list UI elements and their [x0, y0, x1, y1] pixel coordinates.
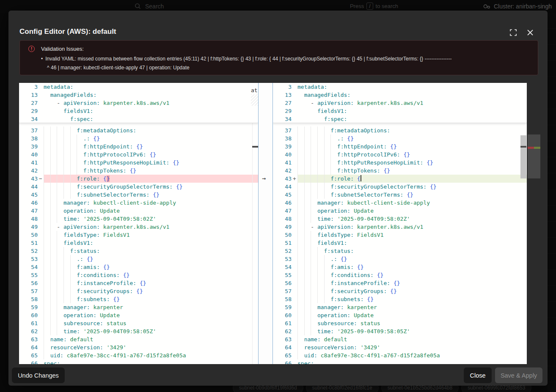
code-line[interactable]: 40f:httpProtocolIPv6: {} [19, 151, 258, 159]
code-line[interactable]: 51fieldsV1: [273, 239, 527, 247]
code-line[interactable]: 65uid: c8afe97e-38cc-4f91-a767-d15f2a8fe… [19, 351, 258, 359]
code-line[interactable]: 47operation: Update [273, 207, 527, 215]
code-line[interactable]: 61subresource: status [19, 319, 258, 327]
code-line[interactable]: 55f:conditions: {} [19, 271, 258, 279]
code-line[interactable]: 49- apiVersion: karpenter.k8s.aws/v1 [19, 223, 258, 231]
validation-title: Validation Issues: [41, 46, 84, 52]
overview-ruler-slider[interactable] [528, 134, 540, 178]
save-apply-button[interactable]: Save & Apply [495, 367, 542, 383]
left-overview-ruler [252, 83, 253, 364]
overview-ruler-addition-mark [534, 147, 540, 149]
app-page: Search Press / to search Cluster: anirba… [0, 0, 556, 392]
code-line[interactable]: 57f:securityGroups: {} [19, 287, 258, 295]
code-line[interactable]: 50fieldsType: FieldsV1 [19, 231, 258, 239]
hidden-region-hatch [251, 94, 258, 106]
code-line[interactable]: 52f:status: [19, 247, 258, 255]
code-line[interactable]: 58f:subnets: {} [19, 295, 258, 303]
sticky-line[interactable]: 3metadata: [273, 83, 527, 91]
code-line[interactable]: 55f:conditions: {} [273, 271, 527, 279]
code-line[interactable]: 65uid: c8afe97e-38cc-4f91-a767-d15f2a8fe… [273, 351, 527, 359]
code-line[interactable]: 46manager: kubectl-client-side-apply [19, 199, 258, 207]
code-line[interactable]: 38.: {} [19, 134, 258, 143]
code-line[interactable]: 50fieldsType: FieldsV1 [273, 231, 527, 239]
revert-arrow-icon[interactable]: → [262, 175, 266, 183]
code-line[interactable]: 38.: {} [273, 134, 527, 143]
sticky-line[interactable]: 13 managedFields: [273, 91, 527, 99]
close-button[interactable]: Close [464, 367, 492, 383]
code-line[interactable]: 39f:httpEndpoint: {} [273, 143, 527, 151]
sticky-line[interactable]: 27 - apiVersion: karpenter.k8s.aws/v1 [273, 99, 527, 107]
code-line[interactable]: 63name: default [273, 335, 527, 343]
code-line[interactable]: 54f:amis: {} [273, 263, 527, 271]
code-line[interactable]: 64resourceVersion: '3429' [273, 343, 527, 351]
error-icon: ! [28, 46, 35, 52]
code-line[interactable]: 59manager: karpenter [19, 303, 258, 311]
code-line[interactable]: 64resourceVersion: '3429' [19, 343, 258, 351]
validation-message-2: ^ 46 | manager: kubectl-client-side-appl… [47, 65, 190, 71]
code-line[interactable]: 58f:subnets: {} [273, 295, 527, 303]
code-line[interactable]: 62time: '2025-09-04T09:58:05Z' [273, 327, 527, 335]
left-diff-mark [252, 146, 258, 148]
undo-changes-button[interactable]: Undo Changes [12, 367, 65, 383]
code-line[interactable]: 53.: {} [19, 255, 258, 263]
code-line[interactable]: 52f:status: [273, 247, 527, 255]
code-line[interactable]: 62time: '2025-09-04T09:58:05Z' [19, 327, 258, 335]
code-line[interactable]: 48time: '2025-09-04T09:58:02Z' [19, 215, 258, 223]
fullscreen-icon[interactable] [509, 29, 517, 36]
code-line[interactable]: 37f:metadataOptions: [19, 126, 258, 134]
code-line[interactable]: 49- apiVersion: karpenter.k8s.aws/v1 [273, 223, 527, 231]
code-line[interactable]: 40f:httpProtocolIPv6: {} [273, 151, 527, 159]
code-line[interactable]: 45f:subnetSelectorTerms: {} [273, 191, 527, 199]
code-line[interactable]: 39f:httpEndpoint: {} [19, 143, 258, 151]
sticky-scroll-right: 3metadata:13 managedFields:27 - apiVersi… [273, 83, 527, 123]
validation-banner: ! Validation Issues: •Invalid YAML: miss… [19, 40, 538, 75]
code-line[interactable]: 61subresource: status [273, 319, 527, 327]
code-rows-left: 37f:metadataOptions:38.: {}39f:httpEndpo… [19, 126, 258, 364]
code-line[interactable]: 59manager: karpenter [273, 303, 527, 311]
diff-pane-modified[interactable]: 3metadata:13 managedFields:27 - apiVersi… [273, 83, 527, 364]
code-line[interactable]: 66spec: [273, 359, 527, 364]
sticky-line[interactable]: 29 fieldsV1: [273, 107, 527, 115]
code-line[interactable]: 63name: default [19, 335, 258, 343]
code-line[interactable]: 60operation: Update [273, 311, 527, 319]
code-line[interactable]: 56f:instanceProfile: {} [273, 279, 527, 287]
sticky-line[interactable]: 34 f:spec: [19, 115, 258, 123]
diff-pane-original[interactable]: 3metadata:13 managedFields:27 - apiVersi… [19, 83, 258, 364]
code-line[interactable]: 43+f:role: { [273, 175, 527, 183]
sticky-line[interactable]: 29 fieldsV1: [19, 107, 258, 115]
code-line[interactable]: 44f:securityGroupSelectorTerms: {} [19, 183, 258, 191]
code-line[interactable]: 54f:amis: {} [19, 263, 258, 271]
overview-ruler-deletion-mark [528, 147, 534, 149]
config-editor-dialog: Config Editor (AWS): default ! Validatio… [8, 11, 548, 386]
scrollbar-slider[interactable] [520, 135, 526, 178]
code-line[interactable]: 41f:httpPutResponseHopLimit: {} [273, 159, 527, 167]
code-line[interactable]: 45f:subnetSelectorTerms: {} [19, 191, 258, 199]
code-line[interactable]: 47operation: Update [19, 207, 258, 215]
clipped-text-fragment: at [251, 87, 258, 93]
sticky-line[interactable]: 27 - apiVersion: karpenter.k8s.aws/v1 [19, 99, 258, 107]
code-line[interactable]: 43−f:role: {} [19, 175, 258, 183]
sticky-line[interactable]: 34 f:spec: [273, 115, 527, 123]
yaml-diff-editor[interactable]: 3metadata:13 managedFields:27 - apiVersi… [19, 83, 540, 364]
code-line[interactable]: 60operation: Update [19, 311, 258, 319]
close-icon[interactable] [526, 29, 534, 36]
code-rows-right: 37f:metadataOptions:38.: {}39f:httpEndpo… [273, 126, 527, 364]
sticky-line[interactable]: 13 managedFields: [19, 91, 258, 99]
code-line[interactable]: 44f:securityGroupSelectorTerms: {} [273, 183, 527, 191]
dialog-title: Config Editor (AWS): default [19, 27, 116, 36]
code-line[interactable]: 42f:httpTokens: {} [19, 167, 258, 175]
code-line[interactable]: 57f:securityGroups: {} [273, 287, 527, 295]
sticky-scroll-left: 3metadata:13 managedFields:27 - apiVersi… [19, 83, 258, 123]
sticky-line[interactable]: 3metadata: [19, 83, 258, 91]
code-line[interactable]: 66spec: [19, 359, 258, 364]
code-line[interactable]: 42f:httpTokens: {} [273, 167, 527, 175]
code-line[interactable]: 41f:httpPutResponseHopLimit: {} [19, 159, 258, 167]
code-line[interactable]: 56f:instanceProfile: {} [19, 279, 258, 287]
code-line[interactable]: 51fieldsV1: [19, 239, 258, 247]
code-line[interactable]: 53.: {} [273, 255, 527, 263]
code-line[interactable]: 48time: '2025-09-04T09:58:02Z' [273, 215, 527, 223]
code-line[interactable]: 37f:metadataOptions: [273, 126, 527, 134]
scrollbar-diff-mark [520, 146, 526, 148]
code-line[interactable]: 46manager: kubectl-client-side-apply [273, 199, 527, 207]
diff-sash[interactable]: → [258, 83, 273, 364]
